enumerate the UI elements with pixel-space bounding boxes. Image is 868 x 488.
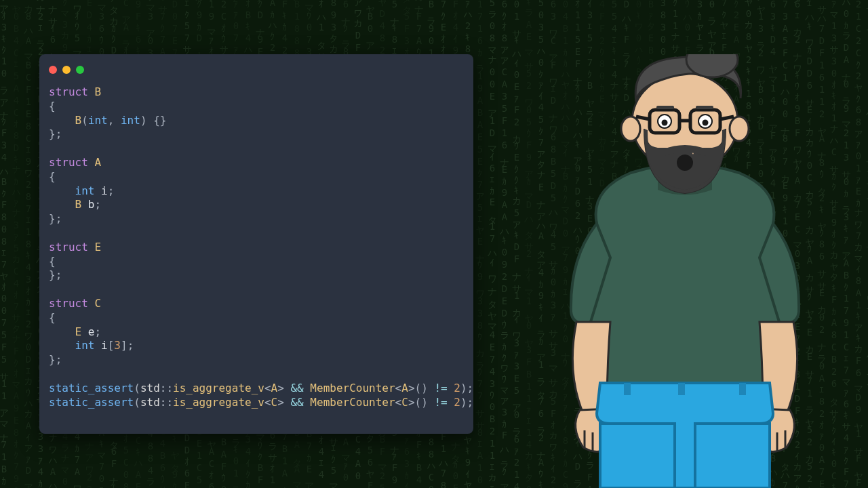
code-line	[49, 226, 464, 241]
code-line: struct B	[49, 85, 464, 100]
zoom-icon[interactable]	[76, 66, 84, 74]
svg-rect-8	[624, 383, 631, 395]
code-line: {	[49, 100, 464, 114]
code-line: struct A	[49, 156, 464, 170]
code-line	[49, 283, 464, 297]
svg-point-22	[662, 120, 668, 126]
code-line: {	[49, 170, 464, 184]
svg-rect-25	[696, 106, 713, 109]
code-content: struct B{ B(int, int) {}}; struct A{ int…	[49, 85, 464, 409]
svg-rect-9	[678, 383, 685, 395]
code-line: };	[49, 353, 464, 367]
code-line: B b;	[49, 198, 464, 212]
code-line: static_assert(std::is_aggregate_v<C> && …	[49, 396, 464, 410]
code-line: struct E	[49, 241, 464, 255]
code-line: };	[49, 127, 464, 142]
svg-rect-7	[600, 424, 675, 488]
code-line: struct C	[49, 297, 464, 311]
character-illustration	[542, 54, 827, 488]
window-titlebar	[49, 64, 464, 76]
code-line: E e;	[49, 325, 464, 340]
svg-rect-10	[739, 383, 746, 395]
minimize-icon[interactable]	[62, 66, 71, 74]
code-line: int i;	[49, 184, 464, 199]
svg-point-13	[730, 117, 749, 141]
svg-rect-6	[695, 424, 770, 488]
svg-rect-24	[656, 106, 674, 109]
code-line: B(int, int) {}	[49, 114, 464, 128]
code-line	[49, 142, 464, 156]
shirt	[580, 165, 790, 384]
svg-point-23	[703, 120, 709, 126]
code-line	[49, 367, 464, 382]
code-editor-window: struct B{ B(int, int) {}}; struct A{ int…	[39, 54, 473, 434]
code-line: };	[49, 268, 464, 283]
code-line: {	[49, 311, 464, 325]
code-line: static_assert(std::is_aggregate_v<A> && …	[49, 382, 464, 396]
code-line: int i[3];	[49, 339, 464, 353]
code-line: {	[49, 255, 464, 269]
code-line: };	[49, 212, 464, 226]
mouth-surprised-icon	[677, 155, 693, 171]
svg-point-12	[621, 117, 640, 141]
close-icon[interactable]	[49, 66, 57, 74]
